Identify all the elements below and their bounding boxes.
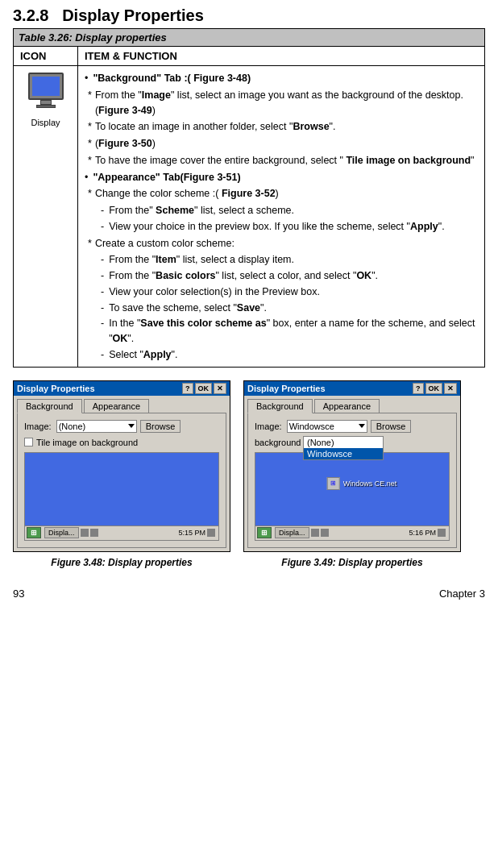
star-item-4: * To have the image cover the entire bac… (85, 153, 478, 168)
dash-text-1: From the" Scheme" list, select a scheme. (109, 203, 294, 218)
page-header: 3.2.8 Display Properties (0, 0, 498, 28)
fig49-close-btn[interactable]: ✕ (444, 383, 457, 394)
fig49-tab-background[interactable]: Background (247, 399, 313, 413)
fig49-ce-symbol: ⊞ (330, 480, 336, 487)
fig48-checkbox[interactable] (24, 438, 33, 446)
dash-2: - (101, 219, 104, 235)
star-text-1: From the "Image" list, select an image y… (95, 88, 478, 118)
fig49-ok-btn[interactable]: OK (425, 383, 443, 394)
display-icon (25, 73, 67, 114)
fig49-dropdown-list: (None) Windowsce (303, 436, 384, 460)
chapter-label: Chapter 3 (439, 588, 485, 600)
star-3: * (88, 136, 92, 152)
fig48-content: Image: (None) Browse Tile image on backg… (17, 413, 226, 548)
dash-item-2: - View your choice in the preview box. I… (85, 219, 478, 235)
fig48-help-btn[interactable]: ? (182, 383, 193, 394)
fig49-time: 5:16 PM (409, 529, 436, 537)
fig49-option-windowsce[interactable]: Windowsce (304, 448, 383, 459)
fig48-tray-icon-2 (90, 529, 98, 537)
dash-1: - (101, 203, 104, 218)
col-function: ITEM & FUNCTION (78, 47, 485, 66)
monitor-body (28, 73, 64, 100)
fig49-preview: ⊞ Windows CE.net ⊞ Displa... 5:16 PM (255, 452, 450, 541)
fig48-caption: Figure 3.48: Display properties (51, 557, 192, 568)
appearance-tab-header: • "Appearance" Tab(Figure 3-51) (85, 170, 478, 185)
dash-item-1: - From the" Scheme" list, select a schem… (85, 203, 478, 218)
fig49-checkbox-label: background (255, 438, 301, 447)
fig48-taskbar-extra-icons (207, 529, 215, 537)
fig48-tab-background[interactable]: Background (17, 399, 82, 413)
fig48-taskbar: ⊞ Displa... 5:15 PM (25, 525, 218, 540)
fig49-title: Display Properties (247, 384, 413, 393)
fig48-browse-btn[interactable]: Browse (140, 420, 181, 433)
fig48-tray-icon-3 (207, 529, 215, 537)
fig49-taskbar-item[interactable]: Displa... (275, 527, 309, 538)
dash-8: - (101, 347, 104, 363)
fig48-image-row: Image: (None) Browse (24, 420, 219, 433)
star-text-2: To locate an image in another folder, se… (95, 119, 336, 135)
fig48-tabs: Background Appearance (14, 396, 230, 413)
fig49-ce-icon: ⊞ Windows CE.net (327, 477, 397, 490)
appearance-tab-text: "Appearance" Tab(Figure 3-51) (93, 170, 240, 185)
dash-text-7: In the "Save this color scheme as" box, … (109, 316, 478, 347)
figure-48-wrapper: Display Properties ? OK ✕ Background App… (13, 380, 230, 568)
fig49-caption: Figure 3.49: Display properties (281, 557, 422, 568)
screenshots-section: Display Properties ? OK ✕ Background App… (0, 368, 498, 571)
figure-48-frame: Display Properties ? OK ✕ Background App… (13, 380, 230, 552)
fig48-dropdown-arrow (128, 424, 135, 428)
fig48-taskbar-item[interactable]: Displa... (44, 527, 79, 538)
fig49-tray-icon-2 (321, 529, 329, 537)
fig49-image-label: Image: (255, 422, 282, 431)
fig48-dropdown-value: (None) (59, 422, 86, 431)
fig48-taskbar-icons (81, 529, 98, 537)
fig48-dropdown[interactable]: (None) (56, 420, 137, 433)
fig48-start[interactable]: ⊞ (27, 527, 41, 538)
fig49-dropdown[interactable]: Windowsce (287, 420, 367, 433)
fig49-browse-btn[interactable]: Browse (371, 420, 412, 433)
fig48-time: 5:15 PM (178, 529, 205, 537)
star-item-3: * (Figure 3-50) (85, 136, 478, 152)
fig48-close-btn[interactable]: ✕ (214, 383, 226, 394)
col-icon: ICON (14, 47, 78, 66)
fig49-option-none[interactable]: (None) (304, 437, 383, 448)
fig49-dropdown-value: Windowsce (289, 422, 334, 431)
fig48-tab-appearance[interactable]: Appearance (84, 399, 149, 413)
fig49-help-btn[interactable]: ? (413, 383, 424, 394)
fig49-tray-icon-1 (311, 529, 319, 537)
fig48-checkbox-label: Tile image on background (36, 438, 138, 447)
dash-5: - (101, 284, 104, 300)
star-text-5: Change the color scheme :( Figure 3-52) (95, 186, 279, 201)
table-title: Table 3.26: Display properties (14, 29, 485, 47)
figure-49-frame: Display Properties ? OK ✕ Background App… (243, 380, 461, 552)
page-title: 3.2.8 Display Properties (13, 6, 485, 25)
dash-text-3: From the "Item" list, select a display i… (109, 252, 294, 268)
star-text-4: To have the image cover the entire backg… (95, 153, 475, 168)
fig48-titlebar: Display Properties ? OK ✕ (14, 381, 230, 396)
icon-label: Display (20, 118, 71, 127)
monitor-screen (32, 77, 60, 96)
star-item-1: * From the "Image" list, select an image… (85, 88, 478, 118)
dash-text-2: View your choice in the preview box. If … (109, 219, 445, 235)
dash-item-7: - In the "Save this color scheme as" box… (85, 316, 478, 347)
fig49-controls: ? OK ✕ (413, 383, 457, 394)
star-6: * (88, 236, 92, 251)
dash-text-5: View your color selection(s) in the Prev… (109, 284, 320, 300)
star-item-6: * Create a custom color scheme: (85, 236, 478, 251)
fig49-tab-appearance[interactable]: Appearance (314, 399, 380, 413)
fig48-title: Display Properties (17, 384, 182, 393)
fig48-ok-btn[interactable]: OK (195, 383, 213, 394)
star-item-5: * Change the color scheme :( Figure 3-52… (85, 186, 478, 201)
fig49-content: Image: Windowsce Browse (None) Windowsce… (247, 413, 457, 548)
fig49-tray-icon-3 (438, 529, 446, 537)
fig49-start[interactable]: ⊞ (257, 527, 272, 538)
fig48-tray-icon-1 (81, 529, 89, 537)
fig49-dropdown-arrow (359, 424, 365, 428)
page-number: 93 (13, 588, 24, 600)
star-1: * (88, 88, 92, 103)
dash-item-8: - Select "Apply". (85, 347, 478, 363)
fig48-controls: ? OK ✕ (182, 383, 226, 394)
fig48-checkbox-row: Tile image on background (24, 438, 219, 447)
dash-6: - (101, 301, 104, 316)
section-number: 3.2.8 (13, 6, 48, 24)
content-cell: • "Background" Tab :( Figure 3-48) * Fro… (78, 66, 485, 368)
